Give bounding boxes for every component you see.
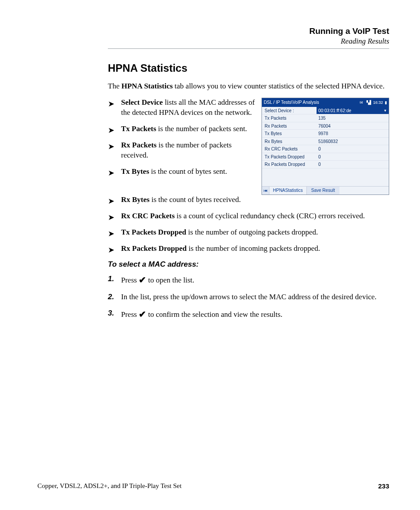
- intro-paragraph: The HPNA Statistics tab allows you to vi…: [108, 81, 389, 92]
- bullet-bold: Rx Bytes: [121, 195, 150, 204]
- step-item: 2. In the list, press the up/down arrows…: [108, 292, 389, 302]
- bullet-rest: is the number of packets sent.: [156, 125, 247, 133]
- screenshot-bottom-bar: ⏮ HPNAStatistics Save Result: [262, 186, 389, 194]
- select-device-dropdown[interactable]: 00:03:01:ff:62:de ▼: [317, 107, 389, 114]
- step-text-post: to confirm the selection and view the re…: [146, 310, 282, 319]
- step-number: 3.: [108, 308, 114, 319]
- stat-row: Rx Packets76004: [262, 122, 389, 130]
- bullet-bold: Select Device: [121, 98, 163, 106]
- bullet-list-full: ➤ Rx Bytes is the count of bytes receive…: [108, 195, 389, 254]
- arrow-icon: ➤: [108, 125, 114, 136]
- stat-value: 51860832: [317, 139, 389, 144]
- stat-value: 0: [317, 147, 389, 151]
- bullet-list-left: ➤ Select Device lists all the MAC addres…: [108, 98, 257, 183]
- titlebar-icons: ✉ ▝▟ 16:32 ▮: [360, 100, 387, 105]
- procedure-steps: 1. Press ✔ to open the list. 2. In the l…: [108, 274, 389, 320]
- procedure-heading: To select a MAC address:: [108, 260, 389, 269]
- prev-tab-button[interactable]: ⏮: [262, 187, 269, 194]
- arrow-icon: ➤: [108, 245, 114, 255]
- bullet-bold: Tx Packets: [121, 125, 156, 133]
- bullet-rest: is the number of incoming packets droppe…: [187, 244, 320, 253]
- footer-product-name: Copper, VDSL2, ADSL2+, and IP Triple-Pla…: [37, 482, 181, 490]
- device-screenshot: DSL / IP Tests\VoIP Analysis ✉ ▝▟ 16:32 …: [262, 98, 389, 195]
- select-device-value: 00:03:01:ff:62:de: [318, 108, 351, 113]
- bullet-item: ➤ Select Device lists all the MAC addres…: [108, 98, 257, 118]
- stat-label: Tx Bytes: [262, 131, 317, 136]
- bullet-rest: is the count of bytes sent.: [149, 167, 227, 176]
- screenshot-title: DSL / IP Tests\VoIP Analysis: [264, 100, 319, 105]
- step-text-pre: Press: [121, 310, 139, 319]
- stat-value: 9978: [317, 131, 389, 136]
- checkmark-icon: ✔: [139, 309, 146, 319]
- stat-row: Tx Packets Dropped0: [262, 153, 389, 161]
- step-item: 3. Press ✔ to confirm the selection and …: [108, 308, 389, 320]
- bullet-item: ➤ Rx Packets Dropped is the number of in…: [108, 244, 389, 254]
- step-item: 1. Press ✔ to open the list.: [108, 274, 389, 286]
- arrow-icon: ➤: [108, 168, 114, 178]
- signal-icon: ▝▟: [365, 100, 371, 105]
- stat-value: 76004: [317, 124, 389, 128]
- stat-label: Tx Packets: [262, 116, 317, 121]
- bullet-bold: Rx CRC Packets: [121, 212, 175, 220]
- clock-time: 16:32: [373, 100, 383, 105]
- header-rule: [108, 48, 389, 49]
- arrow-icon: ➤: [108, 228, 114, 239]
- screenshot-titlebar: DSL / IP Tests\VoIP Analysis ✉ ▝▟ 16:32 …: [262, 98, 389, 107]
- mail-icon: ✉: [360, 100, 363, 105]
- bullet-rest: is a count of cyclical redundancy check …: [175, 212, 365, 220]
- arrow-icon: ➤: [108, 99, 114, 109]
- page-footer: Copper, VDSL2, ADSL2+, and IP Triple-Pla…: [37, 482, 389, 490]
- arrow-icon: ➤: [108, 196, 114, 206]
- chevron-down-icon: ▼: [383, 109, 387, 113]
- intro-text-bold: HPNA Statistics: [122, 82, 173, 90]
- stat-value: 0: [317, 154, 389, 159]
- step-number: 2.: [108, 292, 114, 302]
- stat-value: 0: [317, 162, 389, 167]
- bullet-item: ➤ Rx Bytes is the count of bytes receive…: [108, 195, 389, 205]
- step-number: 1.: [108, 274, 114, 284]
- bullet-rest: is the count of bytes received.: [150, 195, 241, 204]
- chapter-title: Running a VoIP Test: [108, 26, 389, 36]
- bullet-bold: Tx Packets Dropped: [121, 228, 186, 236]
- bullet-item: ➤ Tx Packets is the number of packets se…: [108, 124, 257, 134]
- bullet-item: ➤ Rx Packets is the number of packets re…: [108, 140, 257, 161]
- stat-label: Rx Packets: [262, 124, 317, 128]
- stat-label: Rx CRC Packets: [262, 147, 317, 151]
- intro-text-post: tab allows you to view counter statistic…: [173, 82, 384, 90]
- stat-label: Rx Bytes: [262, 139, 317, 144]
- stat-row: Tx Bytes9978: [262, 130, 389, 138]
- bullet-bold: Rx Packets: [121, 141, 157, 149]
- bullet-item: ➤ Rx CRC Packets is a count of cyclical …: [108, 211, 389, 221]
- bullet-item: ➤ Tx Packets Dropped is the number of ou…: [108, 227, 389, 238]
- stat-row: Rx Bytes51860832: [262, 138, 389, 146]
- stat-value: 135: [317, 116, 389, 121]
- stat-row: Tx Packets135: [262, 114, 389, 122]
- chapter-subtitle: Reading Results: [108, 37, 389, 46]
- stat-row: Rx CRC Packets0: [262, 145, 389, 153]
- hpna-statistics-tab[interactable]: HPNAStatistics: [269, 187, 307, 194]
- bullet-item: ➤ Tx Bytes is the count of bytes sent.: [108, 167, 257, 177]
- intro-text-pre: The: [108, 82, 122, 90]
- step-text: In the list, press the up/down arrows to…: [121, 293, 376, 301]
- save-result-button[interactable]: Save Result: [307, 187, 339, 194]
- battery-icon: ▮: [385, 100, 387, 105]
- select-device-label: Select Device :: [262, 108, 317, 113]
- bullet-bold: Rx Packets Dropped: [121, 244, 187, 253]
- stat-row: Rx Packets Dropped0: [262, 161, 389, 169]
- bullet-bold: Tx Bytes: [121, 167, 149, 176]
- screenshot-blank-area: [262, 169, 389, 186]
- arrow-icon: ➤: [108, 212, 114, 223]
- step-text-post: to open the list.: [146, 276, 194, 284]
- checkmark-icon: ✔: [139, 275, 146, 285]
- step-text-pre: Press: [121, 276, 139, 284]
- select-device-row: Select Device : 00:03:01:ff:62:de ▼: [262, 107, 389, 115]
- page-number: 233: [378, 482, 389, 490]
- bullet-rest: is the number of outgoing packets droppe…: [186, 228, 318, 236]
- section-title: HPNA Statistics: [108, 62, 389, 74]
- arrow-icon: ➤: [108, 141, 114, 152]
- stat-label: Rx Packets Dropped: [262, 162, 317, 167]
- stat-label: Tx Packets Dropped: [262, 154, 317, 159]
